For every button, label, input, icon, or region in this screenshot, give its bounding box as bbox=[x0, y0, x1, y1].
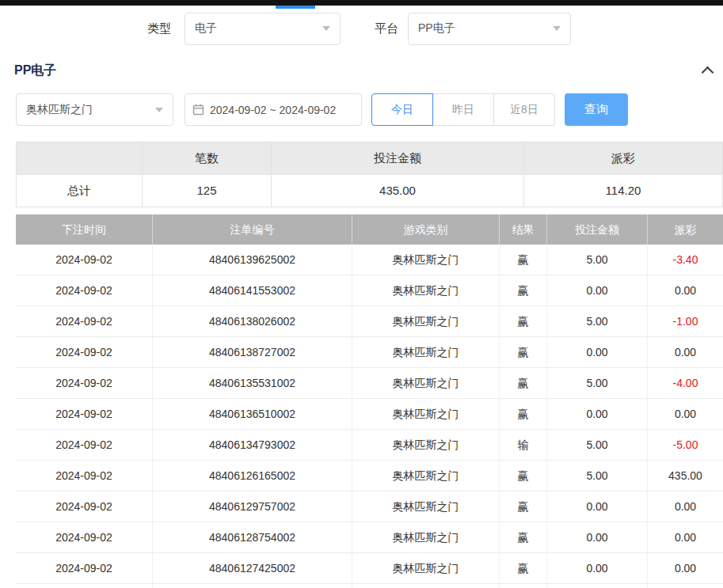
summary-total-bet-amount: 435.00 bbox=[271, 175, 523, 207]
cell-bet-amount: 5.00 bbox=[546, 245, 647, 275]
platform-select[interactable]: PP电子 bbox=[408, 13, 571, 45]
summary-header-row: 笔数 投注金额 派彩 bbox=[17, 142, 722, 174]
top-nav-bar bbox=[0, 0, 723, 6]
header-order-id: 注单编号 bbox=[152, 214, 352, 245]
cell-payout: 0.00 bbox=[647, 399, 723, 429]
cell-bet-amount: 5.00 bbox=[546, 584, 647, 588]
cell-result: 赢 bbox=[499, 306, 546, 336]
search-button[interactable]: 查询 bbox=[565, 93, 628, 126]
summary-total-count: 125 bbox=[142, 175, 271, 207]
summary-header-count: 笔数 bbox=[142, 142, 271, 174]
bet-table-body: 2024-09-02 48406139625002 奥林匹斯之门 赢 5.00 … bbox=[16, 245, 723, 588]
summary-table: 笔数 投注金额 派彩 总计 125 435.00 114.20 bbox=[16, 142, 723, 207]
cell-order-id: 48406129757002 bbox=[152, 491, 352, 522]
cell-result: 赢 bbox=[499, 337, 546, 367]
cell-payout: 0.00 bbox=[647, 275, 723, 305]
cell-order-id: 48406141553002 bbox=[152, 275, 352, 305]
cell-payout: 435.00 bbox=[647, 461, 723, 491]
cell-game-category: 奥林匹斯之门 bbox=[352, 275, 499, 305]
cell-bet-amount: 5.00 bbox=[546, 368, 647, 398]
cell-order-id: 48406127425002 bbox=[152, 553, 352, 583]
cell-bet-amount: 0.00 bbox=[546, 491, 647, 522]
cell-bet-time: 2024-09-02 bbox=[16, 306, 152, 336]
yesterday-button[interactable]: 昨日 bbox=[432, 93, 494, 126]
cell-order-id: 48406136510002 bbox=[152, 399, 352, 429]
cell-order-id: 48406139625002 bbox=[152, 245, 352, 275]
filter-row: 类型 电子 平台 PP电子 bbox=[0, 12, 571, 45]
section-title: PP电子 bbox=[14, 63, 56, 79]
cell-result: 赢 bbox=[499, 275, 546, 305]
date-range-input[interactable]: 2024-09-02 ~ 2024-09-02 bbox=[185, 93, 362, 126]
cell-bet-time: 2024-09-02 bbox=[16, 399, 152, 429]
cell-game-category: 奥林匹斯之门 bbox=[352, 430, 499, 460]
cell-bet-time: 2024-09-02 bbox=[16, 491, 152, 522]
cell-game-category: 奥林匹斯之门 bbox=[352, 461, 499, 491]
cell-bet-amount: 0.00 bbox=[546, 399, 647, 429]
cell-result: 赢 bbox=[499, 491, 546, 522]
cell-bet-amount: 0.00 bbox=[546, 522, 647, 552]
cell-bet-time: 2024-09-02 bbox=[16, 337, 152, 367]
summary-total-label: 总计 bbox=[17, 175, 142, 207]
cell-bet-time: 2024-09-02 bbox=[16, 461, 152, 491]
cell-order-id: 48406135531002 bbox=[152, 368, 352, 398]
cell-result: 赢 bbox=[499, 461, 546, 491]
cell-order-id: 48406126165002 bbox=[152, 461, 352, 491]
cell-bet-amount: 0.00 bbox=[546, 275, 647, 305]
cell-bet-time: 2024-09-02 bbox=[16, 584, 152, 588]
cell-order-id: 48406134793002 bbox=[152, 430, 352, 460]
cell-bet-time: 2024-09-02 bbox=[16, 553, 152, 583]
today-button[interactable]: 今日 bbox=[371, 93, 433, 126]
cell-payout: 0.00 bbox=[647, 522, 723, 552]
last-8-days-button[interactable]: 近8日 bbox=[493, 93, 555, 126]
cell-result: 输 bbox=[499, 430, 546, 460]
type-select-value: 电子 bbox=[195, 21, 217, 36]
game-select-value: 奥林匹斯之门 bbox=[26, 103, 93, 117]
cell-result: 赢 bbox=[499, 553, 546, 583]
cell-game-category: 奥林匹斯之门 bbox=[352, 337, 499, 367]
header-bet-time: 下注时间 bbox=[16, 214, 152, 245]
cell-game-category: 奥林匹斯之门 bbox=[352, 368, 499, 398]
header-result: 结果 bbox=[499, 214, 546, 245]
collapse-section-icon[interactable] bbox=[702, 66, 714, 79]
cell-payout: -4.00 bbox=[647, 368, 723, 398]
cell-game-category: 奥林匹斯之门 bbox=[352, 245, 499, 275]
platform-label: 平台 bbox=[375, 21, 398, 36]
type-label: 类型 bbox=[147, 21, 171, 36]
quick-date-button-group: 今日 昨日 近8日 bbox=[371, 93, 555, 126]
bet-records-screen: 类型 电子 平台 PP电子 PP电子 奥林匹斯之门 2024-09-02 ~ 2… bbox=[0, 0, 723, 588]
cell-payout: -5.00 bbox=[647, 584, 723, 588]
calendar-icon bbox=[192, 104, 204, 116]
cell-payout: 0.00 bbox=[647, 337, 723, 367]
type-select[interactable]: 电子 bbox=[185, 13, 341, 45]
table-row: 2024-09-02 48406128754002 奥林匹斯之门 赢 0.00 … bbox=[16, 522, 723, 553]
cell-result: 赢 bbox=[499, 368, 546, 398]
chevron-down-icon bbox=[322, 26, 330, 31]
bet-records-table: 下注时间 注单编号 游戏类别 结果 投注金额 派彩 2024-09-02 484… bbox=[16, 214, 723, 588]
cell-result: 赢 bbox=[499, 245, 546, 275]
cell-order-id: 48406138026002 bbox=[152, 306, 352, 336]
table-row: 2024-09-02 48406126165002 奥林匹斯之门 赢 5.00 … bbox=[16, 461, 723, 491]
summary-header-bet-amount: 投注金额 bbox=[271, 142, 523, 174]
cell-bet-time: 2024-09-02 bbox=[16, 430, 152, 460]
summary-total-row: 总计 125 435.00 114.20 bbox=[17, 174, 722, 207]
cell-payout: -1.00 bbox=[647, 306, 723, 336]
cell-bet-time: 2024-09-02 bbox=[16, 522, 152, 552]
cell-bet-time: 2024-09-02 bbox=[16, 245, 152, 275]
game-select[interactable]: 奥林匹斯之门 bbox=[16, 93, 173, 126]
cell-payout: -5.00 bbox=[647, 430, 723, 460]
cell-game-category: 奥林匹斯之门 bbox=[352, 491, 499, 522]
cell-payout: -3.40 bbox=[647, 245, 723, 275]
date-range-value: 2024-09-02 ~ 2024-09-02 bbox=[210, 104, 336, 116]
table-row: 2024-09-02 48406139625002 奥林匹斯之门 赢 5.00 … bbox=[16, 245, 723, 275]
section-header: PP电子 bbox=[14, 60, 712, 81]
table-row: 2024-09-02 48406138727002 奥林匹斯之门 赢 0.00 … bbox=[16, 337, 723, 368]
cell-result: 赢 bbox=[499, 522, 546, 552]
cell-game-category: 奥林匹斯之门 bbox=[352, 553, 499, 583]
table-row: 2024-09-02 48406138026002 奥林匹斯之门 赢 5.00 … bbox=[16, 306, 723, 337]
cell-game-category: 奥林匹斯之门 bbox=[352, 306, 499, 336]
cell-game-category: 奥林匹斯之门 bbox=[352, 522, 499, 552]
cell-game-category: 奥林匹斯之门 bbox=[352, 399, 499, 429]
cell-order-id: 48406125316002 bbox=[152, 584, 352, 588]
header-bet-amount: 投注金额 bbox=[546, 214, 647, 245]
cell-result: 赢 bbox=[499, 399, 546, 429]
